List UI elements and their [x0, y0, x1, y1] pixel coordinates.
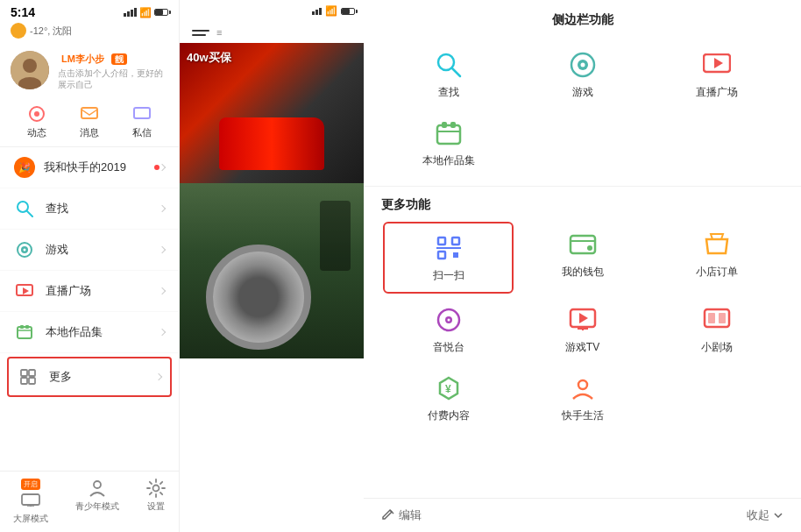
svg-rect-36: [450, 122, 456, 128]
sixin-icon: [133, 107, 151, 121]
wifi-icon: 📶: [139, 7, 152, 18]
svg-rect-16: [25, 325, 29, 329]
feature-music[interactable]: 音悦台: [381, 295, 515, 364]
local-feature-icon: [435, 119, 463, 147]
sixin-label: 私信: [132, 126, 152, 139]
svg-point-7: [18, 202, 28, 212]
life-feature-label: 快手生活: [562, 408, 604, 423]
edit-button[interactable]: 编辑: [381, 507, 422, 523]
feature-game[interactable]: 游戏: [515, 40, 649, 109]
menu-label-local: 本地作品集: [46, 324, 159, 340]
status-icons: 📶: [124, 7, 168, 18]
car-image-top: 40w买保: [180, 43, 364, 183]
more-features-grid: 扫一扫 我的钱包 小店订单: [364, 216, 801, 436]
search-feature-icon: [435, 51, 463, 79]
svg-rect-18: [29, 370, 35, 376]
xiaoxi-label: 消息: [80, 126, 99, 139]
local-menu-icon: [16, 323, 33, 341]
feature-drama[interactable]: 小剧场: [649, 295, 783, 364]
menu-item-search[interactable]: 查找: [0, 188, 179, 230]
menu-item-more[interactable]: 更多: [7, 357, 172, 397]
svg-rect-21: [22, 494, 39, 505]
svg-point-30: [580, 63, 585, 67]
bottom-bar: 开启 大屏模式 青少年模式: [0, 471, 179, 532]
quick-action-sixin[interactable]: 私信: [132, 104, 152, 139]
bottom-item-settings[interactable]: 设置: [146, 479, 166, 525]
live-feature-icon: [703, 53, 731, 76]
feature-live[interactable]: 直播广场: [649, 40, 783, 109]
svg-line-27: [452, 68, 460, 76]
svg-marker-13: [23, 287, 29, 294]
music-feature-label: 音悦台: [433, 340, 464, 355]
profile-section[interactable]: LM李小步 靓 点击添加个人介绍，更好的展示自己: [0, 44, 179, 97]
svg-rect-42: [571, 236, 595, 253]
menu-item-live[interactable]: 直播广场: [0, 271, 179, 312]
svg-rect-33: [437, 125, 460, 144]
collapse-button[interactable]: 收起: [747, 507, 783, 523]
teen-label: 青少年模式: [75, 500, 119, 513]
wallet-feature-icon: [569, 232, 597, 257]
feature-scan[interactable]: 扫一扫: [383, 222, 514, 294]
profile-desc: 点击添加个人介绍，更好的展示自己: [58, 67, 168, 90]
quick-action-dongtai[interactable]: 动态: [27, 104, 46, 139]
svg-point-4: [34, 111, 39, 117]
bottom-item-bigscreen[interactable]: 开启 大屏模式: [13, 479, 48, 525]
svg-point-1: [23, 59, 37, 73]
avatar[interactable]: [11, 51, 49, 89]
profile-name: LM李小步 靓: [58, 51, 168, 66]
svg-point-44: [587, 245, 592, 251]
live-menu-icon: [16, 284, 33, 298]
time-display: 5:14: [11, 5, 35, 19]
svg-rect-39: [438, 252, 445, 259]
feature-search[interactable]: 查找: [381, 40, 515, 109]
profile-tag: 靓: [111, 53, 127, 65]
drama-feature-label: 小剧场: [701, 340, 733, 355]
svg-marker-49: [579, 313, 588, 323]
svg-rect-5: [82, 108, 97, 118]
gametv-feature-label: 游戏TV: [565, 340, 599, 355]
wheel-shape: [206, 245, 311, 350]
section-divider: [364, 186, 801, 187]
svg-marker-32: [714, 58, 723, 68]
quick-action-xiaoxi[interactable]: 消息: [80, 104, 99, 139]
xiaoxi-icon: [81, 107, 98, 121]
menu-label-game: 游戏: [46, 242, 159, 258]
edit-label: 编辑: [399, 507, 422, 523]
game-feature-icon: [569, 51, 597, 79]
svg-rect-15: [20, 325, 24, 329]
left-sidebar-panel: 5:14 📶 -12°, 沈阳: [0, 0, 180, 532]
edit-icon: [381, 508, 395, 522]
weather-bar: -12°, 沈阳: [0, 23, 179, 44]
phone-signal-icon: [312, 8, 322, 15]
feature-pay[interactable]: ¥ 付费内容: [381, 364, 515, 432]
person-silhouette: [320, 201, 351, 271]
feature-gametv[interactable]: 游戏TV: [515, 295, 649, 364]
feature-wallet[interactable]: 我的钱包: [515, 220, 649, 295]
menu-item-local[interactable]: 本地作品集: [0, 312, 179, 353]
svg-text:¥: ¥: [445, 383, 451, 395]
feature-life[interactable]: 快手生活: [515, 364, 649, 432]
search-feature-label: 查找: [438, 85, 459, 100]
live-feature-label: 直播广场: [696, 85, 738, 100]
shop-feature-label: 小店订单: [696, 265, 738, 280]
dongtai-icon: [28, 105, 46, 123]
settings-icon: [146, 479, 166, 498]
weather-sun-icon: [11, 23, 26, 39]
menu-item-game[interactable]: 游戏: [0, 230, 179, 271]
dongtai-label: 动态: [27, 126, 46, 139]
svg-rect-14: [18, 327, 32, 338]
menu-label-live: 直播广场: [46, 283, 159, 299]
menu-item-special[interactable]: 🎉 我和快手的2019: [0, 147, 179, 188]
svg-rect-35: [442, 122, 447, 128]
signal-icon: [124, 8, 137, 17]
bottom-item-teen[interactable]: 青少年模式: [75, 479, 119, 525]
hamburger-icon: [192, 30, 209, 36]
svg-rect-38: [452, 238, 459, 245]
feature-local[interactable]: 本地作品集: [381, 109, 515, 177]
gametv-feature-icon: [569, 308, 597, 332]
phone-status-bar: 📶: [180, 0, 364, 22]
special-label: 我和快手的2019: [44, 160, 151, 175]
svg-point-25: [152, 486, 159, 492]
feature-shop[interactable]: 小店订单: [649, 220, 783, 295]
phone-hamburger-menu[interactable]: ≡: [180, 22, 364, 43]
